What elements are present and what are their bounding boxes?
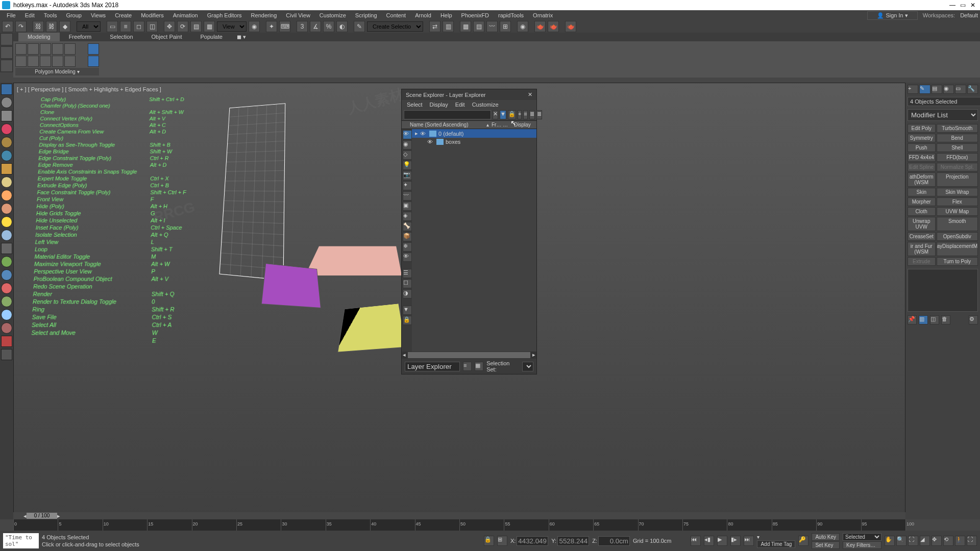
material-editor-button[interactable]: ◉	[517, 21, 528, 32]
se-side-bone[interactable]: 🦴	[403, 222, 412, 231]
lt-sky[interactable]	[1, 309, 12, 320]
lt-misc-2[interactable]	[1, 349, 12, 360]
set-key-button[interactable]: Set Key	[812, 541, 840, 549]
lt-pf[interactable]	[1, 269, 12, 281]
se-menu-customize[interactable]: Customize	[472, 102, 499, 108]
ribbon-tab-more[interactable]: ◼ ▾	[232, 33, 251, 41]
se-side-helper[interactable]: ✦	[403, 181, 412, 190]
se-side-hidden[interactable]: 👁	[403, 253, 412, 262]
menu-scripting[interactable]: Scripting	[351, 12, 382, 18]
cmd-create-tab[interactable]: +	[908, 85, 918, 94]
viewport-label[interactable]: [ + ] [ Perspective ] [ Smooth + Highlig…	[17, 86, 161, 92]
ribbon-tab-selection[interactable]: Selection	[101, 33, 142, 41]
snap-3-button[interactable]: 3	[297, 21, 308, 32]
menu-file[interactable]: File	[2, 12, 20, 18]
modifier-shell[interactable]: Shell	[937, 143, 978, 152]
modifier-projection[interactable]: Projection	[937, 172, 978, 187]
cmd-motion-tab[interactable]: ◉	[943, 85, 954, 94]
nav-pan2[interactable]: ✥	[932, 536, 942, 546]
redo-button[interactable]: ↷	[15, 21, 27, 32]
modifier-skin-wrap[interactable]: Skin Wrap	[937, 188, 978, 196]
se-clear-search[interactable]: ✕	[493, 110, 498, 119]
menu-arnold[interactable]: Arnold	[410, 12, 436, 18]
ribbon-collapse-btn[interactable]	[1, 33, 13, 45]
close-button[interactable]: ✕	[968, 2, 978, 9]
modifier-opensubdiv[interactable]: OpenSubdiv	[937, 232, 978, 241]
scene-explorer-panel[interactable]: Scene Explorer - Layer Explorer ✕ Select…	[401, 89, 537, 374]
lt-particle[interactable]	[1, 256, 12, 267]
poly-edge-mode[interactable]	[28, 43, 39, 55]
menu-customize[interactable]: Customize	[315, 12, 351, 18]
poly-btn-b[interactable]	[28, 56, 39, 67]
align-button[interactable]: ▥	[443, 21, 454, 32]
lt-torus[interactable]	[1, 203, 12, 214]
menu-content[interactable]: Content	[382, 12, 411, 18]
lt-capsule[interactable]	[1, 190, 12, 201]
key-mode-button[interactable]: 🔑	[798, 536, 808, 546]
modifier-bend[interactable]: Bend	[937, 134, 978, 142]
se-new-layer[interactable]: +	[518, 110, 522, 119]
scene-explorer-tree[interactable]: ▸👁0 (default)👁boxes	[412, 129, 536, 352]
mesh-curved[interactable]	[219, 103, 285, 281]
curve-editor-button[interactable]: 〰	[486, 21, 498, 32]
pivot-button[interactable]: ◉	[249, 21, 260, 32]
modifier-ffd-4x4x4[interactable]: FFD 4x4x4	[908, 153, 936, 162]
ref-coord-dropdown[interactable]: View	[217, 21, 247, 32]
keyboard-shortcut-button[interactable]: ⌨	[279, 21, 290, 32]
poly-element-mode[interactable]	[64, 43, 76, 55]
cmd-display-tab[interactable]: ▭	[955, 85, 966, 94]
nav-max[interactable]: ⛶	[967, 536, 977, 546]
col-name[interactable]: Name (Sorted Ascending)	[410, 122, 486, 128]
rectangle-region-button[interactable]: ◻	[133, 21, 144, 32]
modifier-uvw-map[interactable]: UVW Map	[937, 207, 978, 216]
next-frame[interactable]: ▮▸	[730, 536, 741, 546]
se-side-light[interactable]: 💡	[403, 161, 412, 170]
cmd-utilities-tab[interactable]: 🔧	[967, 85, 978, 94]
goto-start[interactable]: ⏮	[691, 536, 701, 546]
move-button[interactable]: ✥	[164, 21, 175, 32]
mesh-box-purple[interactable]	[261, 263, 321, 308]
menu-tools[interactable]: Tools	[39, 12, 62, 18]
se-filter-button[interactable]: ▼	[500, 110, 506, 119]
menu-rapidtools[interactable]: rapidTools	[494, 12, 528, 18]
lt-light[interactable]	[1, 216, 12, 228]
layer-row[interactable]: 👁boxes	[412, 138, 536, 146]
menu-phoenixfd[interactable]: PhoenixFD	[457, 12, 494, 18]
poly-btn-a[interactable]	[15, 56, 27, 67]
bind-button[interactable]: ◆	[59, 21, 70, 32]
key-filters-button[interactable]: Key Filters…	[843, 541, 881, 549]
nav-fov[interactable]: ◢	[920, 536, 930, 546]
poly-group-label[interactable]: Polygon Modeling ▾	[15, 68, 99, 76]
menu-create[interactable]: Create	[110, 12, 136, 18]
ribbon-btn-2[interactable]	[1, 46, 13, 59]
se-lock-button[interactable]: 🔒	[508, 110, 516, 119]
z-coord[interactable]	[598, 536, 630, 546]
poly-btn-d[interactable]	[52, 56, 63, 67]
percent-snap-button[interactable]: %	[323, 21, 334, 32]
time-tag-menu[interactable]: ▾	[757, 534, 795, 540]
poly-border-mode[interactable]	[40, 43, 51, 55]
edit-selection-button[interactable]: ✎	[354, 21, 365, 32]
scene-explorer-mode[interactable]	[405, 362, 460, 371]
rotate-button[interactable]: ⟳	[177, 21, 188, 32]
menu-views[interactable]: Views	[86, 12, 110, 18]
ribbon-tab-modeling[interactable]: Modeling	[18, 33, 60, 41]
lt-geo-3[interactable]	[1, 150, 12, 161]
col-display[interactable]: Display	[514, 122, 534, 128]
lt-camera[interactable]	[1, 322, 12, 334]
place-button[interactable]: ▦	[204, 21, 215, 32]
scale-button[interactable]: ▤	[190, 21, 202, 32]
modifier-edit-poly[interactable]: Edit Poly	[908, 124, 936, 133]
time-thumb[interactable]: 0 / 100	[27, 513, 57, 519]
menu-modifiers[interactable]: Modifiers	[136, 12, 168, 18]
menu-help[interactable]: Help	[436, 12, 457, 18]
schematic-button[interactable]: ⊞	[500, 21, 511, 32]
ribbon-tab-populate[interactable]: Populate	[191, 33, 231, 41]
se-side-space[interactable]: 〰	[403, 191, 412, 201]
lt-misc-1[interactable]	[1, 336, 12, 347]
menu-rendering[interactable]: Rendering	[247, 12, 282, 18]
se-side-cam[interactable]: 📷	[403, 171, 412, 180]
modifier-symmetry[interactable]: Symmetry	[908, 134, 936, 142]
modifier-morpher[interactable]: Morpher	[908, 197, 936, 206]
mesh-box-yellow[interactable]	[337, 304, 406, 353]
